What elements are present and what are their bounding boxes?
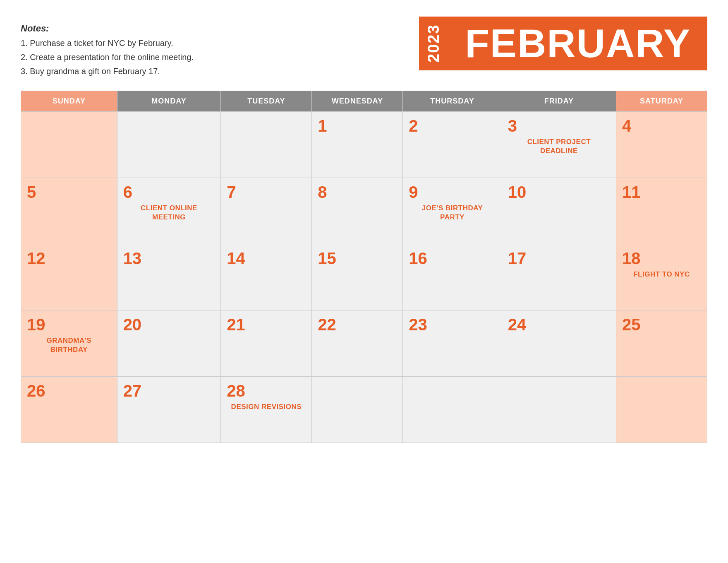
day-number: 23 xyxy=(409,315,496,334)
day-number: 3 xyxy=(508,117,610,135)
day-number: 26 xyxy=(27,382,111,400)
day-number: 15 xyxy=(318,249,397,267)
calendar-cell: 25 xyxy=(616,310,707,377)
calendar-cell xyxy=(502,377,616,443)
calendar-cell: 23 xyxy=(403,310,502,377)
day-number: 25 xyxy=(622,315,701,334)
calendar-cell: 16 xyxy=(403,244,502,310)
calendar-cell: 14 xyxy=(221,244,312,310)
day-number: 27 xyxy=(123,382,215,400)
day-number: 4 xyxy=(622,117,701,135)
calendar-cell: 9JOE'S BIRTHDAY PARTY xyxy=(403,178,502,244)
col-header-saturday: SATURDAY xyxy=(616,91,707,112)
calendar-cell: 18FLIGHT TO NYC xyxy=(616,244,707,310)
event-label: JOE'S BIRTHDAY PARTY xyxy=(409,204,496,222)
calendar-cell xyxy=(21,112,117,178)
day-number: 22 xyxy=(318,315,397,334)
year-badge: 2023 xyxy=(419,17,448,70)
event-label: DESIGN REVISIONS xyxy=(227,402,306,411)
month-title: FEBRUARY xyxy=(448,17,707,70)
day-number: 16 xyxy=(409,249,496,267)
calendar-cell: 5 xyxy=(21,178,117,244)
calendar-header: 2023 FEBRUARY xyxy=(419,17,707,70)
calendar-cell: 24 xyxy=(502,310,616,377)
day-number: 18 xyxy=(622,249,701,267)
week-row-2: 56CLIENT ONLINE MEETING789JOE'S BIRTHDAY… xyxy=(21,178,707,244)
day-number: 11 xyxy=(622,183,701,201)
calendar-cell: 8 xyxy=(312,178,403,244)
calendar-cell: 10 xyxy=(502,178,616,244)
calendar-cell: 21 xyxy=(221,310,312,377)
calendar-cell: 12 xyxy=(21,244,117,310)
col-header-tuesday: TUESDAY xyxy=(221,91,312,112)
col-header-wednesday: WEDNESDAY xyxy=(312,91,403,112)
event-label: CLIENT ONLINE MEETING xyxy=(123,204,215,222)
day-number: 6 xyxy=(123,183,215,201)
note-2: 2. Create a presentation for the online … xyxy=(21,53,194,62)
calendar-cell: 7 xyxy=(221,178,312,244)
note-1: 1. Purchase a ticket for NYC by February… xyxy=(21,38,173,48)
calendar-cell: 20 xyxy=(117,310,221,377)
calendar-cell: 26 xyxy=(21,377,117,443)
day-number: 2 xyxy=(409,117,496,135)
day-number: 14 xyxy=(227,249,306,267)
day-number: 24 xyxy=(508,315,610,334)
notes-section: Notes: 1. Purchase a ticket for NYC by F… xyxy=(21,17,194,78)
day-number: 12 xyxy=(27,249,111,267)
day-number: 13 xyxy=(123,249,215,267)
calendar-cell: 27 xyxy=(117,377,221,443)
calendar-cell xyxy=(616,377,707,443)
note-3: 3. Buy grandma a gift on February 17. xyxy=(21,67,160,76)
col-header-thursday: THURSDAY xyxy=(403,91,502,112)
day-number: 9 xyxy=(409,183,496,201)
notes-title: Notes: xyxy=(21,23,49,34)
calendar-cell xyxy=(403,377,502,443)
calendar-cell: 1 xyxy=(312,112,403,178)
day-number: 10 xyxy=(508,183,610,201)
calendar-cell: 4 xyxy=(616,112,707,178)
event-label: CLIENT PROJECT DEADLINE xyxy=(508,137,610,156)
calendar-cell: 17 xyxy=(502,244,616,310)
calendar-cell: 2 xyxy=(403,112,502,178)
calendar-cell: 6CLIENT ONLINE MEETING xyxy=(117,178,221,244)
week-row-5: 262728DESIGN REVISIONS xyxy=(21,377,707,443)
calendar-cell xyxy=(221,112,312,178)
top-section: Notes: 1. Purchase a ticket for NYC by F… xyxy=(21,17,707,78)
calendar-cell: 3CLIENT PROJECT DEADLINE xyxy=(502,112,616,178)
calendar-cell: 15 xyxy=(312,244,403,310)
day-number: 5 xyxy=(27,183,111,201)
day-number: 17 xyxy=(508,249,610,267)
week-row-1: 123CLIENT PROJECT DEADLINE4 xyxy=(21,112,707,178)
calendar-cell xyxy=(312,377,403,443)
day-number: 28 xyxy=(227,382,306,400)
calendar-header-row: SUNDAYMONDAYTUESDAYWEDNESDAYTHURSDAYFRID… xyxy=(21,91,707,112)
event-label: FLIGHT TO NYC xyxy=(622,270,701,279)
col-header-friday: FRIDAY xyxy=(502,91,616,112)
week-row-4: 19GRANDMA'S BIRTHDAY202122232425 xyxy=(21,310,707,377)
week-row-3: 12131415161718FLIGHT TO NYC xyxy=(21,244,707,310)
calendar-cell: 28DESIGN REVISIONS xyxy=(221,377,312,443)
calendar-cell: 19GRANDMA'S BIRTHDAY xyxy=(21,310,117,377)
calendar-cell: 11 xyxy=(616,178,707,244)
event-label: GRANDMA'S BIRTHDAY xyxy=(27,336,111,354)
day-number: 20 xyxy=(123,315,215,334)
day-number: 1 xyxy=(318,117,397,135)
day-number: 21 xyxy=(227,315,306,334)
calendar-grid: SUNDAYMONDAYTUESDAYWEDNESDAYTHURSDAYFRID… xyxy=(21,91,707,443)
col-header-sunday: SUNDAY xyxy=(21,91,117,112)
col-header-monday: MONDAY xyxy=(117,91,221,112)
day-number: 8 xyxy=(318,183,397,201)
day-number: 19 xyxy=(27,315,111,334)
calendar-body: 123CLIENT PROJECT DEADLINE456CLIENT ONLI… xyxy=(21,112,707,443)
calendar-cell: 22 xyxy=(312,310,403,377)
day-number: 7 xyxy=(227,183,306,201)
calendar-cell: 13 xyxy=(117,244,221,310)
calendar-cell xyxy=(117,112,221,178)
calendar-wrapper: SUNDAYMONDAYTUESDAYWEDNESDAYTHURSDAYFRID… xyxy=(21,91,707,443)
